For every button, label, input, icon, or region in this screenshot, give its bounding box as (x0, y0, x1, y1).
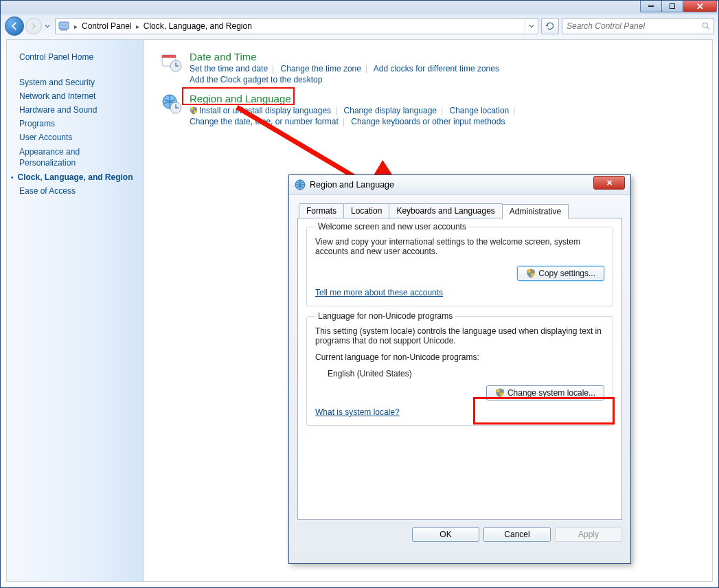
shield-icon (526, 269, 536, 278)
forward-button[interactable] (25, 18, 42, 34)
globe-icon (295, 179, 306, 190)
shield-icon (495, 388, 505, 398)
breadcrumb-child[interactable]: Clock, Language, and Region (141, 21, 254, 31)
nav-item-appearance[interactable]: Appearance and Personalization (19, 144, 135, 170)
svg-point-2 (62, 25, 63, 26)
region-language-icon (161, 93, 183, 115)
maximize-button[interactable] (661, 1, 683, 12)
explorer-window: ✕ ▸ Control Panel ▸ Clock, Language, and… (0, 0, 719, 588)
refresh-button[interactable] (541, 18, 559, 34)
link-change-format[interactable]: Change the date, time, or number format (190, 117, 339, 126)
svg-rect-0 (59, 22, 69, 29)
minimize-button[interactable] (640, 1, 662, 12)
nav-panel: Control Panel Home System and Security N… (7, 40, 144, 581)
tab-keyboards[interactable]: Keyboards and Languages (389, 203, 502, 218)
link-clock-gadget[interactable]: Add the Clock gadget to the desktop (190, 75, 322, 84)
link-what-is-locale[interactable]: What is system locale? (315, 407, 400, 417)
dialog-title: Region and Language (310, 180, 593, 190)
search-input[interactable] (562, 21, 698, 32)
dialog-body: Welcome screen and new user accounts Vie… (297, 218, 622, 520)
tab-formats[interactable]: Formats (299, 203, 344, 218)
svg-point-4 (703, 23, 707, 27)
copy-settings-button[interactable]: Copy settings... (517, 266, 604, 281)
link-change-display-lang[interactable]: Change display language (344, 106, 437, 115)
dialog-titlebar: Region and Language ✕ (289, 175, 630, 195)
apply-button[interactable]: Apply (555, 527, 622, 542)
group-desc: This setting (system locale) controls th… (315, 326, 604, 346)
nav-item-system[interactable]: System and Security (19, 76, 135, 89)
control-panel-icon (58, 21, 69, 32)
close-button[interactable]: ✕ (683, 1, 717, 12)
breadcrumb-sep-icon[interactable]: ▸ (134, 23, 141, 30)
breadcrumb-root[interactable]: Control Panel (80, 21, 134, 31)
toolbar: ▸ Control Panel ▸ Clock, Language, and R… (1, 14, 718, 38)
link-install-lang[interactable]: Install or uninstall display languages (199, 106, 331, 115)
dialog-footer: OK Cancel Apply (289, 527, 630, 550)
group-legend: Welcome screen and new user accounts (315, 222, 469, 231)
nav-item-programs[interactable]: Programs (19, 117, 135, 131)
nav-item-network[interactable]: Network and Internet (19, 89, 135, 103)
link-tell-me-more[interactable]: Tell me more about these accounts (315, 288, 443, 297)
link-set-time[interactable]: Set the time and date (190, 64, 268, 74)
dialog-close-button[interactable]: ✕ (593, 176, 625, 190)
group-welcome-screen: Welcome screen and new user accounts Vie… (306, 227, 613, 306)
nav-item-users[interactable]: User Accounts (19, 131, 135, 144)
address-bar[interactable]: ▸ Control Panel ▸ Clock, Language, and R… (55, 18, 538, 34)
section-date-time[interactable]: Date and Time (190, 51, 499, 63)
tab-administrative[interactable]: Administrative (502, 204, 569, 218)
cancel-button[interactable]: Cancel (483, 527, 551, 542)
current-lang-label: Current language for non-Unicode program… (315, 352, 604, 362)
group-legend: Language for non-Unicode programs (315, 311, 455, 321)
change-system-locale-button[interactable]: Change system locale... (486, 385, 604, 400)
link-change-location[interactable]: Change location (450, 106, 510, 115)
group-non-unicode: Language for non-Unicode programs This s… (306, 316, 613, 426)
copy-settings-label: Copy settings... (538, 269, 595, 278)
titlebar: ✕ (1, 1, 718, 14)
current-lang-value: English (United States) (328, 369, 604, 378)
nav-item-hardware[interactable]: Hardware and Sound (19, 103, 135, 117)
link-add-clocks[interactable]: Add clocks for different time zones (374, 64, 499, 74)
address-dropdown[interactable] (525, 19, 538, 34)
nav-item-clock[interactable]: Clock, Language, and Region (11, 170, 135, 184)
nav-item-ease[interactable]: Ease of Access (19, 184, 135, 198)
group-desc: View and copy your international setting… (315, 237, 604, 256)
nav-history-dropdown[interactable] (43, 19, 52, 34)
section-region-language[interactable]: Region and Language (190, 93, 519, 104)
svg-point-3 (65, 25, 66, 26)
tab-location[interactable]: Location (343, 203, 389, 218)
search-icon[interactable] (698, 21, 714, 31)
search-box[interactable] (562, 18, 714, 34)
svg-rect-1 (60, 30, 67, 31)
ok-button[interactable]: OK (412, 527, 479, 542)
back-button[interactable] (5, 16, 24, 36)
region-language-dialog: Region and Language ✕ Formats Location K… (288, 174, 631, 564)
change-locale-label: Change system locale... (507, 388, 595, 398)
nav-home-link[interactable]: Control Panel Home (19, 52, 135, 62)
svg-rect-6 (162, 55, 176, 58)
date-time-icon (161, 51, 183, 73)
link-change-keyboards[interactable]: Change keyboards or other input methods (351, 117, 505, 126)
dialog-tabs: Formats Location Keyboards and Languages… (289, 195, 630, 218)
link-change-zone[interactable]: Change the time zone (281, 64, 361, 74)
breadcrumb-sep-icon[interactable]: ▸ (72, 23, 80, 30)
shield-icon (190, 106, 198, 115)
